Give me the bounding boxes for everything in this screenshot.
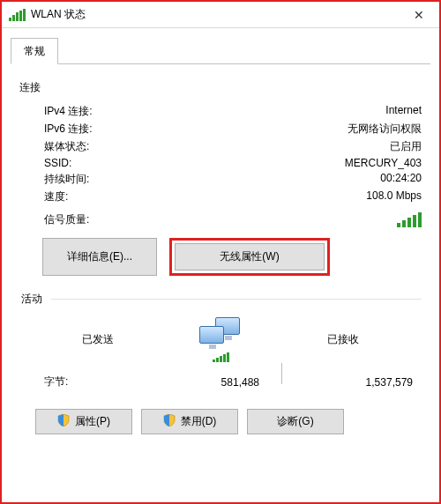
row-ipv6: IPv6 连接: 无网络访问权限 <box>44 122 422 137</box>
wifi-signal-icon <box>9 9 26 21</box>
properties-button-label: 属性(P) <box>75 414 110 429</box>
ipv6-label: IPv6 连接: <box>44 122 176 137</box>
wireless-properties-button[interactable]: 无线属性(W) <box>175 243 325 271</box>
tab-strip: 常规 <box>11 37 430 64</box>
recv-label: 已接收 <box>265 332 422 347</box>
connection-buttons: 详细信息(E)... 无线属性(W) <box>42 238 422 276</box>
small-signal-icon <box>213 352 229 362</box>
tab-general[interactable]: 常规 <box>11 38 58 64</box>
wireless-button-label: 无线属性(W) <box>220 250 279 263</box>
media-label: 媒体状态: <box>44 139 176 154</box>
details-button[interactable]: 详细信息(E)... <box>42 238 157 276</box>
network-activity-icon <box>176 317 265 362</box>
monitors-icon <box>199 317 242 349</box>
row-ssid: SSID: MERCURY_403 <box>44 157 422 169</box>
activity-visual: 已发送 已接收 <box>19 317 422 362</box>
activity-section-header: 活动 <box>21 292 422 307</box>
duration-value: 00:24:20 <box>380 172 422 187</box>
row-signal: 信号质量: <box>44 211 422 227</box>
ssid-value: MERCURY_403 <box>345 157 422 169</box>
ipv6-value: 无网络访问权限 <box>348 122 422 137</box>
close-button[interactable]: ✕ <box>399 2 439 28</box>
disable-button[interactable]: 禁用(D) <box>141 409 238 434</box>
footer-buttons: 属性(P) 禁用(D) 诊断(G) <box>35 409 422 434</box>
speed-label: 速度: <box>44 189 176 204</box>
tab-general-label: 常规 <box>24 45 45 57</box>
bytes-row: 字节: 581,488 1,537,579 <box>44 374 422 389</box>
details-button-label: 详细信息(E)... <box>67 250 132 263</box>
row-ipv4: IPv4 连接: Internet <box>44 104 422 119</box>
divider <box>51 299 422 300</box>
wireless-button-highlight: 无线属性(W) <box>169 238 330 276</box>
disable-button-label: 禁用(D) <box>181 414 217 429</box>
signal-bars-icon <box>397 211 422 227</box>
window-title: WLAN 状态 <box>31 7 86 22</box>
diagnose-button[interactable]: 诊断(G) <box>247 409 344 434</box>
diagnose-button-label: 诊断(G) <box>277 414 313 429</box>
properties-button[interactable]: 属性(P) <box>35 409 132 434</box>
speed-value: 108.0 Mbps <box>366 189 422 204</box>
activity-section-label: 活动 <box>21 292 42 307</box>
ssid-label: SSID: <box>44 157 176 169</box>
bytes-separator <box>281 363 282 384</box>
row-duration: 持续时间: 00:24:20 <box>44 172 422 187</box>
shield-icon <box>57 414 70 429</box>
bytes-sent-value: 581,488 <box>141 376 268 389</box>
ipv4-value: Internet <box>385 104 422 119</box>
title-bar: WLAN 状态 ✕ <box>2 2 439 28</box>
close-icon: ✕ <box>414 8 424 22</box>
signal-label: 信号质量: <box>44 212 176 227</box>
duration-label: 持续时间: <box>44 172 176 187</box>
bytes-label: 字节: <box>44 374 141 389</box>
row-speed: 速度: 108.0 Mbps <box>44 189 422 204</box>
shield-icon <box>163 414 176 429</box>
sent-label: 已发送 <box>19 332 176 347</box>
tab-content: 连接 IPv4 连接: Internet IPv6 连接: 无网络访问权限 媒体… <box>2 64 439 434</box>
media-value: 已启用 <box>390 139 422 154</box>
connection-section-label: 连接 <box>19 80 422 95</box>
row-media: 媒体状态: 已启用 <box>44 139 422 154</box>
bytes-recv-value: 1,537,579 <box>295 376 422 389</box>
ipv4-label: IPv4 连接: <box>44 104 176 119</box>
